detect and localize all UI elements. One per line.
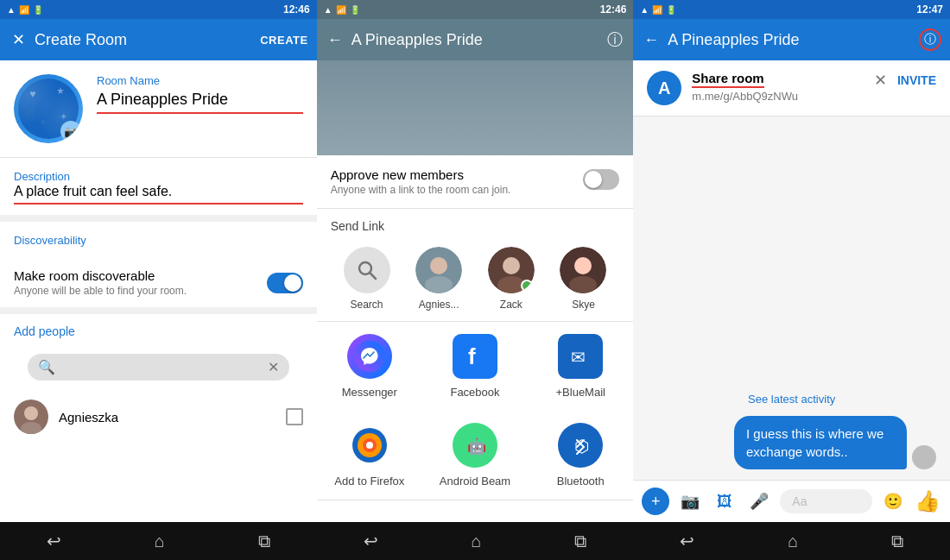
plus-action-button[interactable]: +	[642, 488, 669, 515]
input-bar: + 📷 🖼 🎤 Aa 🙂 👍	[633, 480, 950, 522]
close-button-1[interactable]: ✕	[9, 30, 28, 49]
navbar-1: ✕ Create Room CREATE	[0, 19, 317, 60]
message-input-placeholder: Aa	[792, 494, 807, 508]
share-contact-agnies[interactable]: Agnies...	[415, 247, 462, 311]
recents-nav-icon-1[interactable]: ⧉	[258, 532, 270, 551]
panel1-content: ♥ ★ 🎵 ✦ ○ 📷 Room Name A Pineapples Pride…	[0, 60, 317, 522]
clock-3: 12:47	[916, 3, 943, 16]
status-bar-2: ▲ 📶 🔋 12:46	[317, 0, 634, 19]
panel-share-room: ▲ 📶 🔋 12:46 ← A Pineapples Pride ⓘ Appro…	[317, 0, 634, 560]
close-share-icon[interactable]: ✕	[874, 71, 887, 90]
bluetooth-label: Bluetooth	[557, 475, 605, 488]
messenger-label: Messenger	[342, 386, 397, 399]
svg-point-19	[569, 276, 597, 293]
room-avatar[interactable]: ♥ ★ 🎵 ✦ ○ 📷	[14, 74, 83, 143]
share-contact-skye[interactable]: Skye	[560, 247, 606, 311]
facebook-label: Facebook	[450, 386, 499, 399]
clear-search-icon[interactable]: ✕	[268, 359, 279, 375]
message-input[interactable]: Aa	[780, 489, 872, 513]
mic-action-button[interactable]: 🎤	[745, 488, 773, 515]
share-contact-search[interactable]: Search	[344, 247, 390, 311]
wifi-icon-3: ▲	[640, 5, 649, 15]
back-button-2[interactable]: ←	[326, 30, 345, 49]
androidbeam-icon: 🤖	[453, 423, 497, 468]
app-facebook[interactable]: f Facebook	[422, 322, 528, 411]
create-action-button[interactable]: CREATE	[260, 34, 307, 47]
share-room-info: Share room m.me/g/AbbQ9zNWu	[692, 71, 864, 103]
room-header-image	[317, 60, 634, 155]
clock-2: 12:46	[600, 3, 627, 16]
description-label: Description	[14, 170, 70, 183]
facebook-icon: f	[453, 334, 497, 379]
thick-divider-1	[0, 215, 317, 222]
like-button[interactable]: 👍	[914, 488, 941, 515]
emoji-button[interactable]: 🙂	[879, 488, 907, 515]
image-action-button[interactable]: 🖼	[711, 488, 738, 515]
app-firefox[interactable]: Add to Firefox	[317, 411, 422, 500]
contact-avatar-agnieszka	[14, 400, 48, 434]
bluetooth-icon: ⬡	[558, 423, 603, 468]
home-nav-icon-1[interactable]: ⌂	[155, 532, 165, 551]
info-button-3[interactable]: ⓘ	[919, 28, 941, 51]
zack-avatar	[488, 247, 535, 293]
signal-icon-3: 📶	[652, 5, 662, 15]
search-bar[interactable]: 🔍 ✕	[28, 354, 289, 381]
camera-action-button[interactable]: 📷	[676, 488, 704, 515]
invite-button[interactable]: INVITE	[897, 73, 936, 87]
toggle-thumb	[284, 274, 301, 292]
discoverability-label: Discoverability	[14, 234, 86, 247]
status-left-3: ▲ 📶 🔋	[640, 5, 676, 15]
toggle-row: Make room discoverable Anyone will be ab…	[0, 258, 317, 307]
sender-avatar	[912, 445, 936, 469]
contact-checkbox-agnieszka[interactable]	[286, 408, 303, 425]
back-nav-icon-3[interactable]: ↩	[680, 531, 694, 551]
description-value[interactable]: A place fruit can feel safe.	[14, 184, 303, 204]
approve-sub: Anyone with a link to the room can join.	[331, 184, 573, 196]
back-nav-icon-1[interactable]: ↩	[47, 531, 61, 551]
search-section: 🔍 ✕	[0, 343, 317, 391]
discoverable-toggle[interactable]	[267, 273, 303, 293]
room-name-label: Room Name	[97, 74, 303, 87]
chat-bubble: I guess this is where we exchange words.…	[734, 416, 907, 469]
room-name-value[interactable]: A Pineapples Pride	[97, 91, 303, 114]
bluemail-label: +BlueMail	[556, 386, 605, 399]
navbar-title-2: A Pineapples Pride	[352, 31, 606, 49]
see-latest-button[interactable]: See latest activity	[647, 393, 936, 406]
app-messenger[interactable]: Messenger	[317, 322, 422, 411]
approve-row: Approve new members Anyone with a link t…	[317, 155, 634, 209]
app-bluemail[interactable]: ✉ +BlueMail	[528, 322, 633, 411]
bottom-nav-1: ↩ ⌂ ⧉	[0, 522, 317, 560]
info-icon-2[interactable]: ⓘ	[605, 30, 624, 49]
navbar-title-1: Create Room	[35, 31, 260, 49]
share-contact-agnies-label: Agnies...	[419, 299, 459, 311]
back-button-3[interactable]: ←	[642, 30, 661, 49]
share-room-avatar: A	[647, 71, 681, 105]
recents-nav-icon-3[interactable]: ⧉	[891, 532, 903, 551]
home-nav-icon-3[interactable]: ⌂	[788, 532, 798, 551]
room-image-section: ♥ ★ 🎵 ✦ ○ 📷 Room Name A Pineapples Pride	[0, 60, 317, 157]
discoverability-section: Discoverability	[0, 222, 317, 258]
signal-icon-2: 📶	[336, 5, 346, 15]
toggle-text: Make room discoverable Anyone will be ab…	[14, 268, 267, 297]
battery-icon-2: 🔋	[350, 5, 360, 15]
share-contact-zack-label: Zack	[500, 299, 522, 311]
status-bar-3: ▲ 📶 🔋 12:47	[633, 0, 950, 19]
app-bluetooth[interactable]: ⬡ Bluetooth	[528, 411, 633, 500]
bluemail-icon: ✉	[558, 334, 603, 379]
svg-text:f: f	[468, 343, 476, 369]
panel2-content: Approve new members Anyone with a link t…	[317, 60, 634, 522]
recents-nav-icon-2[interactable]: ⧉	[574, 532, 586, 551]
camera-badge[interactable]: 📷	[60, 121, 81, 142]
bottom-nav-3: ↩ ⌂ ⧉	[633, 522, 950, 560]
app-androidbeam[interactable]: 🤖 Android Beam	[422, 411, 528, 500]
home-nav-icon-2[interactable]: ⌂	[471, 532, 481, 551]
search-input[interactable]	[62, 361, 261, 374]
share-contact-zack[interactable]: Zack	[488, 247, 535, 311]
contact-row-agnieszka[interactable]: Agnieszka	[0, 391, 317, 443]
svg-text:🤖: 🤖	[467, 437, 487, 456]
panel-create-room: ▲ 📶 🔋 12:46 ✕ Create Room CREATE ♥ ★ 🎵 ✦…	[0, 0, 317, 560]
search-icon: 🔍	[38, 359, 55, 375]
svg-point-28	[366, 442, 373, 449]
back-nav-icon-2[interactable]: ↩	[364, 531, 378, 551]
approve-toggle[interactable]	[583, 169, 619, 190]
